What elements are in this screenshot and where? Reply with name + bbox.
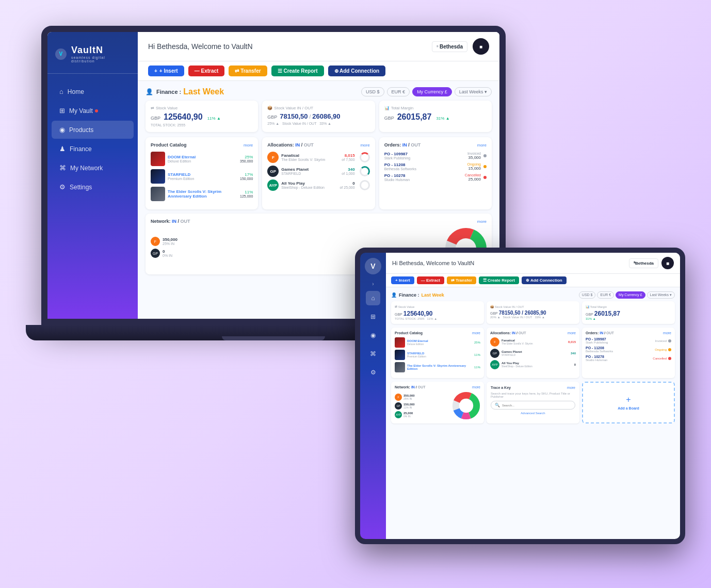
catalog-more[interactable]: more bbox=[244, 143, 253, 148]
tablet-add-board-panel[interactable]: + Add a Board bbox=[582, 382, 675, 423]
stop-button[interactable] bbox=[473, 38, 489, 55]
tablet-gamesplanet-info: Games Planet STARFIELD bbox=[502, 350, 522, 356]
tablet-trace-more[interactable]: more bbox=[567, 386, 575, 389]
tablet-sidebar: V › ⌂ ⊞ ◉ ⌘ ⚙ bbox=[360, 253, 386, 539]
tablet-trace-input[interactable] bbox=[502, 404, 571, 407]
tablet-order-id-3: PO - 10278 bbox=[586, 355, 607, 358]
sidebar-logo: V VaultN seamless digital distribution bbox=[47, 40, 138, 74]
tablet-margin-card: 📊 Total Margin GBP 26015,87 31% ▲ bbox=[582, 301, 675, 324]
sidebar-item-finance[interactable]: ♟ Finance bbox=[52, 140, 134, 158]
laptop-toolbar: + + Insert — Extract ⇄ Transfer ☰ Create… bbox=[138, 61, 499, 81]
skyrim-name: The Elder Scrolls V: Skyrim Anniversary … bbox=[168, 189, 237, 199]
inout-sub: 25% ▲ Stock Value IN / OUT 33% ▲ bbox=[267, 122, 369, 125]
tablet-net-item-1: F 350,000 25% IN bbox=[395, 394, 449, 401]
sidebar-label-home: Home bbox=[68, 88, 84, 95]
tablet-net-name-1: 350,000 bbox=[403, 394, 415, 397]
insert-icon: + bbox=[154, 68, 157, 74]
network-more[interactable]: more bbox=[477, 219, 487, 224]
sidebar-item-products[interactable]: ◉ Products bbox=[52, 121, 134, 139]
alloc-more[interactable]: more bbox=[360, 143, 369, 148]
tablet-gbp[interactable]: My Currency £ bbox=[616, 291, 645, 299]
tablet-vault-icon[interactable]: ⊞ bbox=[366, 309, 380, 324]
starfield-thumb bbox=[151, 169, 165, 184]
add-connection-button[interactable]: ⊕ Add Connection bbox=[328, 66, 386, 76]
tablet-net-item-2: GP 150,000 11% IN bbox=[395, 402, 449, 410]
product-item-skyrim: The Elder Scrolls V: Skyrim Anniversary … bbox=[151, 187, 253, 201]
tablet-fanatical-info: Fanatical The Elder Scrolls V: Skyrim bbox=[502, 339, 533, 345]
orders-more[interactable]: more bbox=[477, 143, 487, 148]
transfer-label: ⇄ Transfer bbox=[235, 68, 261, 74]
tablet-orders-more[interactable]: more bbox=[663, 331, 671, 335]
tablet-stock-label: ⇄ Stock Value bbox=[395, 305, 480, 308]
tablet-transfer-button[interactable]: ⇄ Transfer bbox=[447, 276, 476, 284]
net-fanatical-info: 350,000 25% IN bbox=[163, 237, 440, 246]
tablet-search-icon: 🔍 bbox=[495, 403, 500, 407]
create-report-button[interactable]: ☰ Create Report bbox=[271, 66, 324, 76]
tablet-catalog-more[interactable]: more bbox=[472, 331, 480, 335]
tablet-network-title: Network: IN / OUT bbox=[395, 385, 426, 389]
allyouplay-value: 0 bbox=[340, 181, 354, 186]
bottom-panels: Product Catalog more DOOM Eternal Deluxe… bbox=[146, 137, 492, 209]
tablet-home-icon[interactable]: ⌂ bbox=[366, 291, 380, 305]
tablet-allyouplay-info: All You Play SteelShop - Deluxe Edition bbox=[502, 362, 532, 368]
skyrim-thumb bbox=[151, 187, 165, 201]
tablet-connection-button[interactable]: ⊕ Add Connection bbox=[522, 276, 567, 284]
tablet-stock-currency: GBP bbox=[395, 313, 402, 316]
sidebar-item-settings[interactable]: ⚙ Settings bbox=[52, 178, 134, 196]
margin-value: 26015,87 bbox=[397, 112, 432, 122]
tablet-fanatical-value: 8,015 bbox=[568, 340, 576, 344]
sidebar-label-settings: Settings bbox=[70, 184, 92, 191]
stock-inout-card: 📦 Stock Value IN / OUT GBP 78150,50 / 26… bbox=[262, 101, 375, 132]
tablet-products-icon[interactable]: ◉ bbox=[366, 328, 380, 342]
tablet-dashboard: 👤 Finance : Last Week USD $ EUR € My Cur… bbox=[386, 287, 680, 539]
alloc-gamesplanet: GP Games Planet STARFIELD 340 of 1,000 bbox=[267, 166, 369, 177]
extract-button[interactable]: — Extract bbox=[188, 66, 225, 76]
brand-logo: ᴮ Bethesda bbox=[432, 41, 467, 52]
sidebar-item-home[interactable]: ⌂ Home bbox=[52, 83, 134, 101]
tablet-period[interactable]: Last Weeks ▾ bbox=[647, 291, 675, 299]
tablet-report-button[interactable]: ☰ Create Report bbox=[479, 276, 519, 284]
tablet-settings-icon[interactable]: ⚙ bbox=[366, 365, 380, 380]
tablet-margin-label: 📊 Total Margin bbox=[586, 305, 671, 308]
stock-sub: TOTAL STOCK: 2555 bbox=[151, 123, 253, 127]
fanatical-name: Fanatical bbox=[281, 153, 339, 158]
net-gamesplanet-icon: GP bbox=[151, 249, 160, 258]
tablet-status-dot-1 bbox=[668, 339, 671, 342]
stock-out: 26086,90 bbox=[312, 112, 340, 120]
tablet-inout-card: 📦 Stock Value IN / OUT GBP 78150,50 / 26… bbox=[487, 301, 579, 324]
period-selector[interactable]: Last Weeks ▾ bbox=[455, 87, 492, 96]
sidebar-item-network[interactable]: ⌘ My Network bbox=[52, 159, 134, 177]
tablet-net-icon-3: AYP bbox=[395, 411, 402, 418]
tablet-starfield-thumb bbox=[395, 350, 405, 360]
tablet-trace-search[interactable]: 🔍 bbox=[491, 401, 575, 410]
network-header: Network: IN / OUT more bbox=[151, 219, 487, 224]
tablet-stop-button[interactable] bbox=[661, 257, 674, 269]
tablet-network-more[interactable]: more bbox=[472, 385, 480, 389]
insert-button[interactable]: + + Insert bbox=[148, 66, 184, 76]
doom-name: DOOM Eternal bbox=[168, 155, 237, 159]
order-10278: PO - 10278 Studio Hulsman Cancelled 25,0… bbox=[384, 173, 487, 182]
tablet-expand[interactable]: › bbox=[372, 281, 374, 287]
currency-gbp[interactable]: My Currency £ bbox=[412, 87, 452, 96]
products-icon: ◉ bbox=[59, 126, 65, 134]
net-fanatical-icon: F bbox=[151, 237, 160, 246]
tablet-alloc-more[interactable]: more bbox=[568, 331, 576, 335]
tablet-margin-value: 26015,87 bbox=[594, 310, 620, 317]
sidebar-item-myvault[interactable]: ⊞ My Vault bbox=[52, 102, 134, 120]
home-icon: ⌂ bbox=[59, 88, 63, 95]
network-fanatical: F 350,000 25% IN bbox=[151, 237, 440, 246]
app-name: VaultN bbox=[71, 45, 130, 56]
doom-pct: 25% bbox=[240, 155, 253, 159]
tablet-logo: V bbox=[365, 258, 381, 274]
fanatical-sub: The Elder Scrolls V: Skyrim bbox=[281, 158, 339, 161]
tablet-advanced-search[interactable]: Advanced Search bbox=[491, 412, 575, 415]
tablet-eur[interactable]: EUR € bbox=[597, 291, 614, 299]
currency-usd[interactable]: USD $ bbox=[361, 87, 384, 96]
tablet-insert-button[interactable]: + Insert bbox=[391, 276, 414, 284]
currency-eur[interactable]: EUR € bbox=[387, 87, 410, 96]
tablet-extract-button[interactable]: — Extract bbox=[417, 276, 444, 284]
tablet-network-icon[interactable]: ⌘ bbox=[366, 347, 380, 361]
tablet-net-pct-1: 25% IN bbox=[403, 397, 415, 400]
tablet-usd[interactable]: USD $ bbox=[579, 291, 596, 299]
transfer-button[interactable]: ⇄ Transfer bbox=[229, 66, 267, 76]
